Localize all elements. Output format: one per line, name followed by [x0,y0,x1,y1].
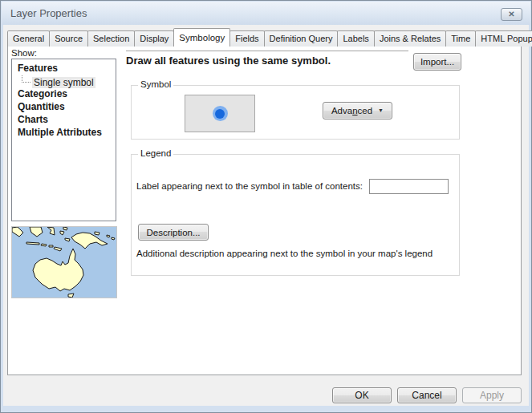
symbol-group-title: Symbol [138,79,173,89]
draw-method-header: Draw all features using the same symbol. [126,55,331,67]
point-symbol-halo [213,106,228,121]
tab-fields[interactable]: Fields [229,30,264,47]
show-label: Show: [11,48,37,58]
legend-groupbox: Legend Label appearing next to the symbo… [131,154,460,276]
dropdown-arrow-icon: ▼ [378,107,384,113]
symbology-tab-page: Show: Features Single symbol Categories … [7,46,522,375]
tab-selection[interactable]: Selection [87,30,135,47]
symbol-preview-button[interactable] [185,95,255,132]
tab-time[interactable]: Time [445,30,476,47]
tab-html-popup[interactable]: HTML Popup [475,30,532,47]
map-preview [11,226,117,298]
tab-general[interactable]: General [7,30,50,47]
tab-symbology[interactable]: Symbology [173,28,230,47]
tab-definition-query[interactable]: Definition Query [264,30,339,47]
tree-item-single-symbol[interactable]: Single symbol [12,75,95,88]
titlebar[interactable]: Layer Properties ✕ [2,2,530,25]
tab-labels[interactable]: Labels [337,30,374,47]
point-symbol-core [215,109,225,119]
legend-label-input[interactable] [369,179,449,194]
legend-additional-caption: Additional description appearing next to… [136,249,433,258]
import-button[interactable]: Import... [413,53,461,71]
tab-bar: General Source Selection Display Symbolo… [7,28,532,47]
close-icon[interactable]: ✕ [501,8,522,21]
window-title: Layer Properties [10,7,87,19]
tree-item-charts[interactable]: Charts [18,114,48,127]
tab-source[interactable]: Source [49,30,88,47]
legend-label-caption: Label appearing next to the symbol in ta… [136,181,363,191]
header-separator [126,51,408,51]
dialog-content: General Source Selection Display Symbolo… [3,25,529,406]
apply-button[interactable]: Apply [462,387,522,403]
description-button[interactable]: Description... [138,224,209,241]
ok-button[interactable]: OK [332,387,392,403]
tree-item-multiple-attributes[interactable]: Multiple Attributes [18,127,102,140]
layer-properties-dialog: Layer Properties ✕ General Source Select… [0,0,532,413]
tab-joins-relates[interactable]: Joins & Relates [374,30,446,47]
show-tree-listbox[interactable]: Features Single symbol Categories Quanti… [11,59,116,221]
tree-item-features[interactable]: Features [18,63,58,75]
legend-group-title: Legend [138,148,173,158]
tree-branch-icon [22,75,30,83]
tree-item-quantities[interactable]: Quantities [18,101,65,114]
advanced-dropdown-button[interactable]: Advanced▼ [323,102,392,119]
cancel-button[interactable]: Cancel [397,387,457,403]
tab-display[interactable]: Display [134,30,174,47]
symbol-groupbox: Symbol Advanced▼ [131,85,460,140]
tree-item-categories[interactable]: Categories [18,88,67,101]
